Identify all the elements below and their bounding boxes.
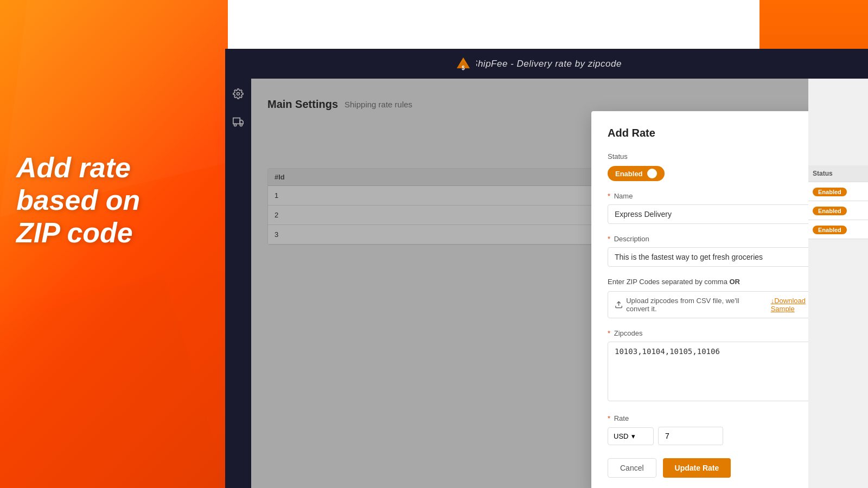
name-input[interactable] bbox=[608, 204, 835, 224]
hero-line3: ZIP code bbox=[16, 217, 140, 249]
svg-marker-1 bbox=[0, 271, 228, 488]
top-header: $ ShipFee - Delivery rate by zipcode bbox=[225, 49, 868, 79]
description-label: * Description bbox=[608, 235, 835, 243]
status-label: Status bbox=[608, 152, 835, 160]
svg-point-6 bbox=[237, 93, 240, 95]
status-section: Status Enabled bbox=[608, 152, 835, 181]
right-status-item-2: Enabled bbox=[808, 201, 868, 220]
currency-select[interactable]: USD ▾ bbox=[608, 427, 654, 445]
zipcodes-label: * Zipcodes bbox=[608, 329, 835, 337]
description-field-group: * Description bbox=[608, 235, 835, 267]
zip-upload-section: Enter ZIP Codes separated by comma OR bbox=[608, 278, 835, 318]
svg-text:$: $ bbox=[462, 65, 465, 71]
sidebar bbox=[225, 79, 251, 488]
status-toggle[interactable]: Enabled bbox=[608, 166, 665, 181]
upload-csv-button[interactable]: Upload zipcodes from CSV file, we'll con… bbox=[615, 297, 764, 313]
required-star: * bbox=[608, 192, 610, 200]
delivery-icon bbox=[233, 117, 244, 127]
modal-overlay: Add Rate × Status Enabled bbox=[251, 79, 868, 488]
status-tag-1: Enabled bbox=[813, 188, 847, 196]
svg-point-9 bbox=[234, 124, 237, 126]
modal-title: Add Rate bbox=[608, 127, 655, 139]
required-star-zip: * bbox=[608, 329, 610, 337]
modal-header: Add Rate × bbox=[608, 126, 835, 139]
name-label: * Name bbox=[608, 192, 835, 200]
gear-icon bbox=[233, 88, 244, 99]
hero-line2: based on bbox=[16, 184, 140, 217]
upload-row: Upload zipcodes from CSV file, we'll con… bbox=[608, 291, 835, 318]
currency-dropdown-icon: ▾ bbox=[631, 432, 635, 440]
right-status-item-3: Enabled bbox=[808, 220, 868, 239]
zip-section-label: Enter ZIP Codes separated by comma OR bbox=[608, 278, 835, 286]
status-tag-3: Enabled bbox=[813, 226, 847, 234]
right-panel: Status Enabled Enabled Enabled bbox=[808, 79, 868, 488]
upload-icon bbox=[615, 300, 623, 309]
required-star-rate: * bbox=[608, 414, 610, 422]
hero-text: Add rate based on ZIP code bbox=[16, 152, 140, 249]
rate-field-group: * Rate USD ▾ bbox=[608, 414, 835, 445]
app-body: Main Settings Shipping rate rules Shippi… bbox=[225, 79, 868, 488]
svg-marker-8 bbox=[240, 120, 243, 124]
status-tag-2: Enabled bbox=[813, 207, 847, 215]
upload-label: Upload zipcodes from CSV file, we'll con… bbox=[626, 297, 764, 313]
status-badge-circle bbox=[647, 169, 657, 178]
rate-input[interactable] bbox=[658, 427, 723, 445]
rate-label: * Rate bbox=[608, 414, 835, 422]
rate-row: USD ▾ bbox=[608, 427, 835, 445]
hero-line1: Add rate bbox=[16, 152, 140, 184]
required-star-desc: * bbox=[608, 235, 610, 243]
sidebar-item-delivery[interactable] bbox=[225, 109, 251, 135]
update-rate-button[interactable]: Update Rate bbox=[663, 458, 731, 478]
description-input[interactable] bbox=[608, 247, 835, 267]
logo-area: $ bbox=[450, 49, 476, 79]
currency-value: USD bbox=[614, 432, 628, 440]
zipcodes-textarea[interactable] bbox=[608, 342, 835, 401]
name-field-group: * Name bbox=[608, 192, 835, 224]
app-logo: $ bbox=[455, 55, 472, 73]
modal-footer: Cancel Update Rate bbox=[608, 458, 835, 478]
sidebar-item-settings[interactable] bbox=[225, 81, 251, 107]
right-panel-header: Status bbox=[808, 165, 868, 182]
status-badge-label: Enabled bbox=[615, 170, 643, 178]
zipcodes-field-group: * Zipcodes bbox=[608, 329, 835, 403]
right-status-item-1: Enabled bbox=[808, 182, 868, 201]
header-title: ShipFee - Delivery rate by zipcode bbox=[471, 59, 622, 69]
svg-point-10 bbox=[240, 124, 242, 126]
cancel-button[interactable]: Cancel bbox=[608, 458, 656, 478]
app-wrapper: Main Settings Shipping rate rules Shippi… bbox=[225, 49, 868, 488]
svg-rect-7 bbox=[233, 118, 240, 124]
main-content: Main Settings Shipping rate rules Shippi… bbox=[251, 79, 868, 488]
